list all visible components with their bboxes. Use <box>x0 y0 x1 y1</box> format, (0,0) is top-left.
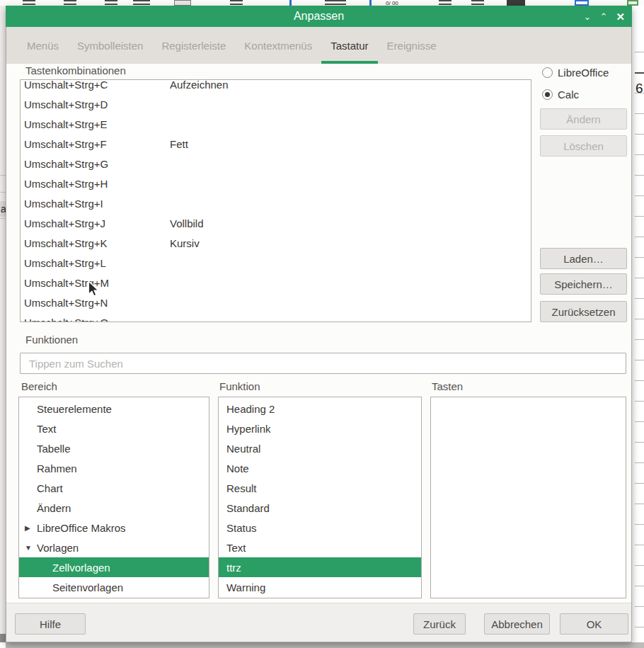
toolbar-icon-fragment: 0/ 00 <box>386 0 415 6</box>
shortcut-key: Umschalt+Strg+H <box>21 178 170 190</box>
ok-button[interactable]: OK <box>560 613 628 635</box>
radio-label: Calc <box>558 89 579 101</box>
list-item[interactable]: Text <box>219 538 421 557</box>
toolbar-icon-fragment <box>23 0 35 6</box>
list-item[interactable]: Standard <box>219 498 421 518</box>
tree-expanded-icon[interactable]: ▼ <box>25 544 35 552</box>
ndern-button[interactable]: Ändern <box>540 108 627 130</box>
back-button[interactable]: Zurück <box>413 613 466 635</box>
shortcut-key: Umschalt+Strg+N <box>21 297 170 309</box>
list-item-label: Rahmen <box>19 462 77 474</box>
background-window-bottom <box>6 642 644 648</box>
shortcuts-section-label: Tastenkombinationen <box>25 64 126 76</box>
search-input[interactable] <box>20 353 626 374</box>
toolbar-icon-fragment <box>133 0 150 6</box>
shortcut-row[interactable]: Umschalt+Strg+KKursiv <box>21 233 531 253</box>
background-window-corner <box>0 634 6 642</box>
shortcut-key: Umschalt+Strg+L <box>21 257 170 269</box>
spreadsheet-row-lines <box>635 32 644 642</box>
list-item[interactable]: Note <box>219 458 421 478</box>
tab-symbolleisten[interactable]: Symbolleisten <box>68 27 152 64</box>
mouse-cursor <box>88 280 100 297</box>
speichern-button[interactable]: Speichern… <box>540 273 627 295</box>
list-item[interactable]: Neutral <box>219 438 421 458</box>
shortcut-key: Umschalt+Strg+K <box>21 237 170 249</box>
shortcut-key: Umschalt+Strg+E <box>21 118 170 130</box>
shortcut-key: Umschalt+Strg+C <box>21 79 170 91</box>
list-item-label: Status <box>219 522 257 534</box>
column-header-tasten: Tasten <box>432 380 463 392</box>
list-item[interactable]: Steuerelemente <box>19 399 209 419</box>
shortcut-key: Umschalt+Strg+D <box>21 98 170 110</box>
shortcut-row[interactable]: Umschalt+Strg+I <box>21 193 531 213</box>
shortcut-row[interactable]: Umschalt+Strg+D <box>21 94 531 114</box>
list-item[interactable]: Tabelle <box>19 438 209 458</box>
shortcut-row[interactable]: Umschalt+Strg+G <box>21 154 531 174</box>
help-button[interactable]: Hilfe <box>15 613 86 635</box>
shortcut-row[interactable]: Umschalt+Strg+CAufzeichnen <box>21 79 531 94</box>
toolbar-icon-fragment <box>627 0 638 6</box>
list-item[interactable]: Text <box>19 419 209 438</box>
list-item[interactable]: Chart <box>19 478 209 498</box>
list-item-label: Zellvorlagen <box>19 562 110 574</box>
shortcut-row[interactable]: Umschalt+Strg+L <box>21 253 531 273</box>
tab-kontextmenüs[interactable]: Kontextmenüs <box>235 27 321 64</box>
list-item[interactable]: Hyperlink <box>219 419 421 438</box>
tab-bar: MenüsSymbolleistenRegisterleisteKontextm… <box>6 27 631 64</box>
list-item-label: ttrz <box>219 562 241 574</box>
dialog-titlebar[interactable]: Anpassen ⌄ ⌃ ✕ <box>6 6 632 27</box>
shortcut-row[interactable]: Umschalt+Strg+FFett <box>21 134 531 154</box>
tab-registerleiste[interactable]: Registerleiste <box>152 27 235 64</box>
lschen-button[interactable]: Löschen <box>540 135 627 157</box>
tab-ereignisse[interactable]: Ereignisse <box>378 27 446 64</box>
anpassen-dialog: Anpassen ⌄ ⌃ ✕ MenüsSymbolleistenRegiste… <box>6 6 632 642</box>
tasten-list[interactable] <box>430 397 626 598</box>
close-icon[interactable]: ✕ <box>616 11 625 22</box>
shortcut-key: Umschalt+Strg+O <box>21 317 170 323</box>
maximize-icon[interactable]: ⌃ <box>600 12 608 21</box>
list-item[interactable]: Rahmen <box>19 458 209 478</box>
list-item-label: LibreOffice Makros <box>19 522 126 534</box>
list-item[interactable]: Heading 2 <box>219 399 421 419</box>
shortcut-row[interactable]: Umschalt+Strg+E <box>21 114 531 134</box>
shortcut-key: Umschalt+Strg+F <box>21 138 170 150</box>
minimize-icon[interactable]: ⌄ <box>584 12 592 21</box>
list-item[interactable]: Warning <box>219 577 421 597</box>
shortcut-command: Vollbild <box>170 217 204 229</box>
column-header-bereich: Bereich <box>21 380 57 392</box>
shortcut-row[interactable]: Umschalt+Strg+H <box>21 174 531 193</box>
cancel-button[interactable]: Abbrechen <box>484 613 550 635</box>
list-item[interactable]: Status <box>219 518 421 538</box>
tab-tastatur[interactable]: Tastatur <box>321 27 377 64</box>
list-item[interactable]: Zellvorlagen <box>19 557 209 577</box>
tree-collapsed-icon[interactable]: ▶ <box>25 524 35 532</box>
toolbar-icon-fragment <box>575 0 589 6</box>
scope-radio-calc[interactable]: Calc <box>542 89 579 101</box>
shortcut-row[interactable]: Umschalt+Strg+JVollbild <box>21 213 531 233</box>
toolbar-icon-fragment <box>439 0 452 6</box>
toolbar-icon-fragment <box>105 0 117 6</box>
bereich-list[interactable]: SteuerelementeTextTabelleRahmenChartÄnde… <box>18 397 209 598</box>
zurcksetzen-button[interactable]: Zurücksetzen <box>540 301 627 322</box>
list-item[interactable]: ttrz <box>219 557 421 577</box>
list-item-label: Tabelle <box>19 443 71 455</box>
list-item[interactable]: ▶LibreOffice Makros <box>19 518 209 538</box>
list-item-label: Steuerelemente <box>19 403 112 415</box>
laden-button[interactable]: Laden… <box>540 248 627 269</box>
list-item[interactable]: Result <box>219 478 421 498</box>
list-item[interactable]: Seitenvorlagen <box>19 577 209 597</box>
funktion-list[interactable]: Heading 2HyperlinkNeutralNoteResultStand… <box>218 397 422 598</box>
tab-menüs[interactable]: Menüs <box>18 27 68 64</box>
shortcut-command: Fett <box>170 138 188 150</box>
shortcut-key: Umschalt+Strg+J <box>21 217 170 229</box>
shortcut-command: Aufzeichnen <box>170 79 229 91</box>
list-item[interactable]: ▼Vorlagen <box>19 538 209 557</box>
list-item-label: Chart <box>19 482 63 494</box>
list-item-label: Text <box>19 423 57 435</box>
scope-radio-libreoffice[interactable]: LibreOffice <box>542 67 609 79</box>
list-item-label: Neutral <box>219 443 260 455</box>
shortcut-row[interactable]: Umschalt+Strg+O <box>21 312 531 322</box>
spreadsheet-cell-value: 6 <box>636 81 643 96</box>
list-item[interactable]: Ändern <box>19 498 209 518</box>
toolbar-icon-fragment <box>325 0 346 6</box>
